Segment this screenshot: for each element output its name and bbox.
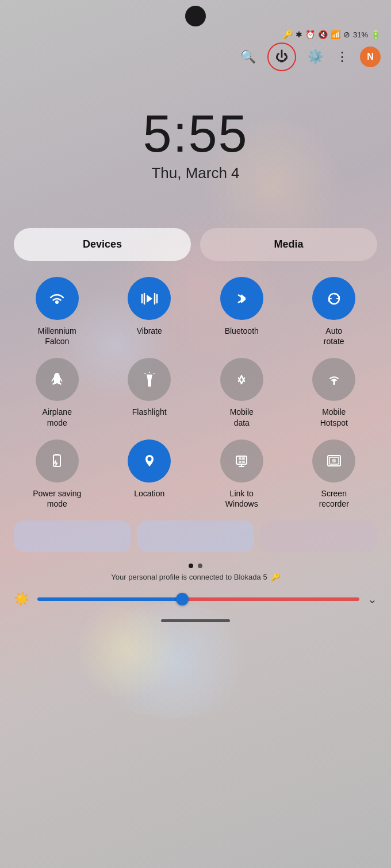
tab-section: Devices Media xyxy=(0,228,391,261)
toggle-linktowindows[interactable]: Link toWindows xyxy=(198,439,285,509)
toggle-airplane[interactable]: Airplanemode xyxy=(14,358,101,427)
nfc-icon: ⊘ xyxy=(343,30,350,39)
svg-point-12 xyxy=(333,379,335,381)
battery-icon: 🔋 xyxy=(371,30,381,39)
brightness-track[interactable] xyxy=(37,597,359,601)
vibrate-label: Vibrate xyxy=(137,326,162,336)
svg-rect-13 xyxy=(53,455,60,466)
brightness-expand-button[interactable]: ⌄ xyxy=(367,592,377,606)
hotspot-label: MobileHotspot xyxy=(320,407,348,427)
power-button[interactable]: ⏻ xyxy=(274,48,289,65)
top-controls: 🔍 ⏻ ⚙️ ⋮ N xyxy=(0,40,391,74)
power-button-ring[interactable]: ⏻ xyxy=(267,43,296,71)
svg-rect-6 xyxy=(148,380,151,385)
partial-tile-1 xyxy=(14,520,131,552)
brightness-thumb[interactable] xyxy=(176,593,189,605)
svg-rect-16 xyxy=(236,456,247,464)
settings-button[interactable]: ⚙️ xyxy=(306,48,324,65)
bluetooth-circle xyxy=(220,277,263,320)
svg-rect-19 xyxy=(239,461,241,463)
more-button[interactable]: ⋮ xyxy=(335,48,350,65)
partial-tile-3 xyxy=(260,520,377,552)
linktowindows-circle xyxy=(220,439,263,483)
date-display: Thu, March 4 xyxy=(143,164,248,182)
svg-rect-14 xyxy=(55,454,59,456)
powersaving-circle xyxy=(36,439,79,483)
bluetooth-status-icon: ✱ xyxy=(296,30,302,39)
brightness-section: ☀️ ⌄ xyxy=(0,584,391,615)
svg-point-15 xyxy=(147,457,151,461)
camera-dot xyxy=(185,6,206,26)
status-bar: 🔑 ✱ ⏰ 🔇 📶 ⊘ 31% 🔋 xyxy=(0,26,391,40)
wifi-circle xyxy=(36,277,79,320)
flashlight-circle xyxy=(128,358,171,401)
media-tab[interactable]: Media xyxy=(200,228,377,261)
toggles-section: MillenniumFalcon Vibrate xyxy=(0,277,391,509)
svg-line-9 xyxy=(154,373,155,374)
wifi-label: MillenniumFalcon xyxy=(38,326,76,346)
toggle-vibrate[interactable]: Vibrate xyxy=(106,277,193,346)
toggle-mobiledata[interactable]: Mobiledata xyxy=(198,358,285,427)
linktowindows-label: Link toWindows xyxy=(225,488,258,509)
key-icon: 🔑 xyxy=(283,30,293,39)
battery-text: 31% xyxy=(353,30,368,39)
toggle-location[interactable]: Location xyxy=(106,439,193,509)
flashlight-label: Flashlight xyxy=(132,407,167,417)
avatar-button[interactable]: N xyxy=(360,47,381,67)
toggle-screenrecorder[interactable]: Screenrecorder xyxy=(291,439,378,509)
vpn-notice: Your personal profile is connected to Bl… xyxy=(111,573,279,581)
alarm-icon: ⏰ xyxy=(305,30,315,39)
svg-line-8 xyxy=(144,373,145,374)
partial-tile-2 xyxy=(137,520,254,552)
dot-1 xyxy=(189,564,193,568)
svg-rect-11 xyxy=(333,381,335,385)
toggles-grid: MillenniumFalcon Vibrate xyxy=(14,277,377,509)
mute-icon: 🔇 xyxy=(318,30,328,39)
vpn-icon: 🔑 xyxy=(271,573,280,581)
screenrecorder-label: Screenrecorder xyxy=(319,488,349,509)
toggle-hotspot[interactable]: MobileHotspot xyxy=(291,358,378,427)
svg-marker-5 xyxy=(147,375,152,380)
autorotate-circle xyxy=(312,277,355,320)
location-circle xyxy=(128,439,171,483)
brightness-icon: ☀️ xyxy=(14,592,29,607)
svg-rect-20 xyxy=(242,461,245,463)
autorotate-label: Autorotate xyxy=(324,326,344,346)
powersaving-label: Power savingmode xyxy=(33,488,81,509)
partial-tiles xyxy=(0,520,391,552)
mobiledata-label: Mobiledata xyxy=(230,407,254,427)
mobiledata-circle xyxy=(220,358,263,401)
time-section: 5:55 Thu, March 4 xyxy=(143,108,248,182)
toggle-autorotate[interactable]: Autorotate xyxy=(291,277,378,346)
dot-2 xyxy=(198,564,202,568)
screenrecorder-circle xyxy=(312,439,355,483)
toggle-flashlight[interactable]: Flashlight xyxy=(106,358,193,427)
toggle-bluetooth[interactable]: Bluetooth xyxy=(198,277,285,346)
toggle-powersaving[interactable]: Power savingmode xyxy=(14,439,101,509)
airplane-circle xyxy=(36,358,79,401)
home-indicator[interactable] xyxy=(161,619,230,622)
time-display: 5:55 xyxy=(143,108,248,160)
location-label: Location xyxy=(134,488,164,499)
vibrate-circle xyxy=(128,277,171,320)
svg-point-25 xyxy=(332,459,336,463)
svg-rect-17 xyxy=(239,457,241,460)
devices-tab[interactable]: Devices xyxy=(14,228,191,261)
airplane-label: Airplanemode xyxy=(43,407,72,427)
svg-rect-18 xyxy=(242,457,245,460)
bluetooth-label: Bluetooth xyxy=(225,326,259,336)
vpn-text: Your personal profile is connected to Bl… xyxy=(111,573,267,581)
hotspot-circle xyxy=(312,358,355,401)
dots-indicator xyxy=(189,564,202,568)
toggle-wifi[interactable]: MillenniumFalcon xyxy=(14,277,101,346)
wifi-status-icon: 📶 xyxy=(331,30,340,39)
search-button[interactable]: 🔍 xyxy=(239,48,257,65)
